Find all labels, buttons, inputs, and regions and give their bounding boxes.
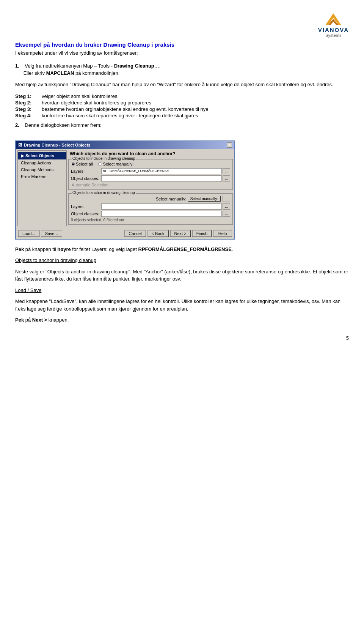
section1-line1: 1. Velg fra nedtrekksmenyen Map – Tools … [15,62,349,77]
back-button[interactable]: < Back [147,230,169,237]
dialog-nav-select-objects[interactable]: ▶ Select Objects [18,152,66,159]
radio-select-all[interactable]: Select all [71,162,93,166]
dialog-nav-cleanup-methods[interactable]: Cleanup Methods [18,166,66,173]
load-save-heading: Load / Save [15,287,41,293]
obj-classes-input[interactable] [101,175,222,181]
layers-label: Layers: [71,169,101,174]
finish-button[interactable]: Finish [192,230,212,237]
dialog-title: Drawing Cleanup - Select Objects [24,143,90,147]
anchor-select-browse[interactable]: ... [223,196,230,202]
dialog-titlebar: 🖼 Drawing Cleanup - Select Objects ✕ [16,141,234,149]
final-pek-bold: Pek [15,317,24,323]
page-footer: 5 [15,335,349,341]
steg4-label: Steg 4: [15,113,42,118]
steg3-content: bestemme hvordan orginalobjektene skal e… [42,106,349,112]
next-button[interactable]: Next > [170,230,191,237]
main-title: Eksempel på hvordan du bruker Drawing Cl… [15,41,349,48]
anchor-heading-line: Objects to anchor in drawing cleanup [15,257,349,264]
dialog-body: ▶ Select Objects Cleanup Actions Cleanup… [16,149,234,228]
load-save-heading-line: Load / Save [15,287,349,294]
dialog-nav-cleanup-actions[interactable]: Cleanup Actions [18,159,66,166]
obj-classes-label: Object classes: [71,176,101,181]
pek-line: Pek på knappen til høyre for feltet Laye… [15,246,349,253]
page-header: VIANOVA Systems [15,11,349,38]
group-include: Objects to include in drawing cleanup Se… [68,159,233,190]
dialog-titlebar-left: 🖼 Drawing Cleanup - Select Objects [18,143,90,147]
steg2-content: hvordan objektene skal kontrolleres og p… [42,100,349,106]
dialog-right-panel: Which objects do you want to clean and a… [68,150,233,226]
anchor-layers-input[interactable] [101,204,222,210]
anchor-obj-label: Object classes: [71,211,101,216]
anchor-heading: Objects to anchor in drawing cleanup [15,257,96,263]
dialog-close-button[interactable]: ✕ [227,142,232,148]
radio-select-all-circle [71,162,75,166]
steg2-label: Steg 2: [15,100,42,106]
radio-select-all-label: Select all [76,162,93,166]
layers-browse-button[interactable]: ... [223,168,230,174]
steg4-content: kontrollere hva som skal repareres og hv… [42,113,349,118]
anchor-obj-browse[interactable]: ... [223,211,230,217]
anchor-layers-browse[interactable]: ... [223,204,230,210]
pek-bold: Pek [15,246,24,252]
logo-text: VIANOVA [318,27,349,33]
dialog-icon: 🖼 [18,143,22,147]
drawing-cleanup-bold: Drawing Cleanup [114,63,154,69]
select-manually-anchor-button[interactable]: Select manually: [188,196,221,202]
dialog-buttons: Load... Save... Cancel < Back Next > Fin… [16,228,234,239]
step-row-4: Steg 4: kontrollere hva som skal reparer… [15,113,349,118]
step-row-2: Steg 2: hvordan objektene skal kontrolle… [15,100,349,106]
step-row-1: Steg 1: velger objekt som skal kontrolle… [15,93,349,99]
group-anchor: Objects to anchor in drawing cleanup Sel… [68,193,233,225]
section1b-text: Med hjelp av funksjonen "Drawing Cleanup… [15,81,349,88]
section2-number: 2. [15,122,19,128]
section-2: 2. Denne dialogboksen kommer frem: [15,121,349,129]
rpformaal-bold: RPFORMÅLGRENSE_FORMÅLGRENSE [138,246,232,252]
radio-row: Select all Select manually: [71,162,230,166]
intro-text: I eksempelet under vil vi vise rydding a… [15,49,349,57]
final-next-bold: Next > [32,317,47,323]
dialog-nav-error-markers[interactable]: Error Markers [18,173,66,180]
select-manually-anchor-label: Select manually: [156,197,187,201]
steps-container: Steg 1: velger objekt som skal kontrolle… [15,93,349,118]
radio-select-manually-circle [98,162,102,166]
save-button[interactable]: Save... [41,230,62,237]
auto-selection-label: Automatic Selection [71,183,230,187]
load-save-para: Med knappene "Load/Save", kan alle innst… [15,298,349,312]
radio-select-manually-label: Select manually: [103,162,134,166]
radio-select-manually[interactable]: Select manually: [98,162,134,166]
group-anchor-label: Objects to anchor in drawing cleanup [72,191,136,195]
steg3-label: Steg 3: [15,106,42,112]
help-button[interactable]: Help [213,230,232,237]
steg1-content: velger objekt som skal kontrolleres. [42,93,349,99]
layers-field-row: Layers: RPFORMÅLGRENSE_FORMÅLSGRENSE ... [71,168,230,174]
select-manually-row: Select manually: Select manually: ... [71,196,230,202]
page-number: 5 [346,335,349,341]
final-pek-line: Pek på Next > knappen. [15,316,349,324]
steg1-label: Steg 1: [15,93,42,99]
anchor-layers-label: Layers: [71,204,101,209]
anchor-layers-row: Layers: ... [71,204,230,210]
layers-input[interactable]: RPFORMÅLGRENSE_FORMÅLSGRENSE [101,168,222,174]
step-row-3: Steg 3: bestemme hvordan orginalobjekten… [15,106,349,112]
arrow-icon: ▶ [21,153,24,158]
dialog-left-nav: ▶ Select Objects Cleanup Actions Cleanup… [17,150,67,226]
cancel-button[interactable]: Cancel [124,230,146,237]
load-button[interactable]: Load... [18,230,39,237]
vianova-logo-icon [324,11,343,27]
dialog-box: 🖼 Drawing Cleanup - Select Objects ✕ ▶ S… [15,140,235,240]
obj-classes-browse-button[interactable]: ... [223,175,230,181]
logo-subtext: Systems [325,33,341,38]
status-text: 0 objects selected, 0 filtered out [71,218,230,222]
section-1: 1. Velg fra nedtrekksmenyen Map – Tools … [15,62,349,88]
anchor-obj-classes-row: Object classes: ... [71,211,230,217]
anchor-obj-input[interactable] [101,211,222,217]
group-include-label: Objects to include in drawing cleanup [72,156,136,161]
section1-number: 1. [15,63,19,69]
logo: VIANOVA Systems [318,11,349,38]
anchor-para1: Neste valg er "Objects to anchor in draw… [15,268,349,283]
hoyre-bold: høyre [57,246,71,252]
section2-text: 2. Denne dialogboksen kommer frem: [15,121,349,129]
obj-classes-field-row: Object classes: ... [71,175,230,181]
mapclean-bold: MAPCLEAN [46,70,74,76]
